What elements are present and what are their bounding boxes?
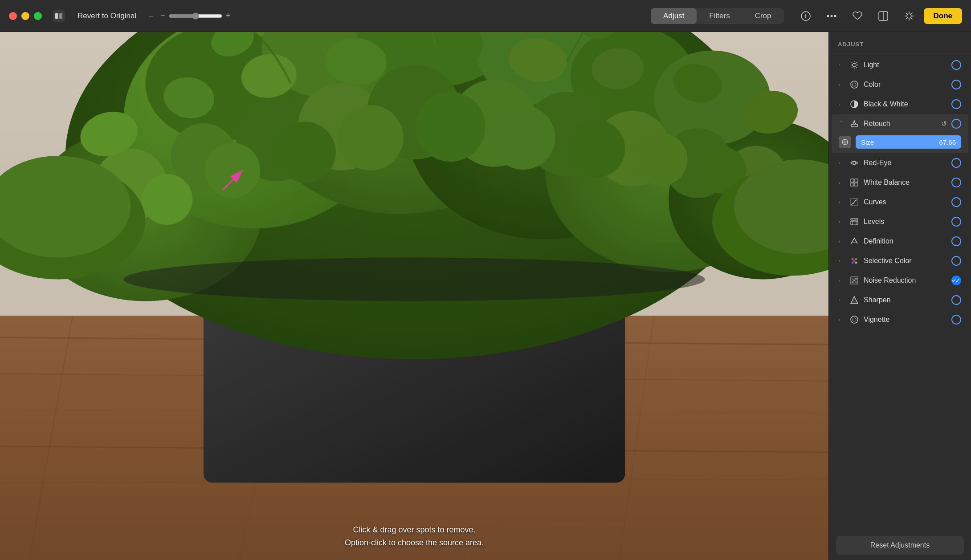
retouch-sub: Size 67.66 bbox=[832, 134, 968, 153]
compare-icon[interactable] bbox=[876, 8, 891, 24]
svg-rect-107 bbox=[851, 221, 858, 225]
svg-line-89 bbox=[857, 67, 857, 68]
svg-rect-103 bbox=[855, 179, 858, 182]
svg-point-4 bbox=[827, 15, 829, 17]
info-icon[interactable]: i bbox=[798, 8, 813, 24]
svg-point-58 bbox=[338, 105, 404, 170]
minimize-button[interactable] bbox=[21, 12, 29, 20]
sharpen-toggle[interactable] bbox=[951, 295, 961, 305]
main-content: Click & drag over spots to remove. Optio… bbox=[0, 32, 971, 560]
adjust-item-vignette[interactable]: › Vignette bbox=[832, 310, 968, 329]
vignette-icon bbox=[849, 315, 859, 325]
svg-point-5 bbox=[830, 15, 832, 17]
levels-icon bbox=[849, 217, 859, 227]
svg-rect-102 bbox=[851, 179, 854, 182]
vignette-toggle[interactable] bbox=[951, 315, 961, 325]
svg-rect-105 bbox=[855, 183, 858, 186]
white-balance-toggle[interactable] bbox=[951, 178, 961, 187]
svg-point-60 bbox=[491, 106, 555, 170]
chevron-icon: › bbox=[839, 62, 845, 68]
light-icon bbox=[849, 60, 859, 70]
svg-rect-120 bbox=[852, 281, 853, 283]
more-options-icon[interactable] bbox=[824, 8, 839, 24]
red-eye-toggle[interactable] bbox=[951, 158, 961, 168]
adjust-item-levels[interactable]: › Levels bbox=[832, 212, 968, 231]
svg-line-101 bbox=[852, 160, 853, 162]
close-button[interactable] bbox=[9, 12, 17, 20]
size-label: Size bbox=[861, 138, 874, 146]
svg-point-83 bbox=[853, 63, 856, 67]
done-button[interactable]: Done bbox=[924, 8, 963, 24]
svg-rect-108 bbox=[851, 219, 858, 220]
adjust-item-sharpen[interactable]: › Sharpen bbox=[832, 290, 968, 310]
adjust-item-light[interactable]: › Light bbox=[832, 55, 968, 75]
zoom-slider[interactable] bbox=[169, 12, 222, 20]
light-label: Light bbox=[864, 61, 947, 69]
light-toggle[interactable] bbox=[951, 60, 961, 70]
fullscreen-button[interactable] bbox=[34, 12, 42, 20]
retouch-toggle[interactable] bbox=[951, 119, 961, 129]
zoom-decrease-button[interactable]: − bbox=[160, 11, 165, 20]
reset-adjustments-button[interactable]: Reset Adjustments bbox=[836, 536, 964, 555]
svg-point-112 bbox=[852, 258, 854, 260]
revert-to-original-button[interactable]: Revert to Original bbox=[72, 9, 142, 23]
size-slider[interactable]: Size 67.66 bbox=[856, 135, 961, 149]
adjust-item-noise-reduction[interactable]: › Noise Reduction bbox=[832, 271, 968, 290]
svg-line-91 bbox=[852, 67, 853, 68]
adjust-item-definition[interactable]: › Definition bbox=[832, 231, 968, 251]
undo-icon[interactable]: ↺ bbox=[941, 120, 947, 128]
adjust-item-curves[interactable]: › Curves bbox=[832, 192, 968, 212]
bw-label: Black & White bbox=[864, 100, 947, 108]
svg-line-17 bbox=[906, 18, 907, 19]
favorites-icon[interactable] bbox=[850, 8, 865, 24]
sharpen-label: Sharpen bbox=[864, 296, 947, 304]
svg-line-90 bbox=[857, 62, 857, 63]
color-toggle[interactable] bbox=[951, 80, 961, 89]
curves-toggle[interactable] bbox=[951, 197, 961, 207]
retouch-header[interactable]: › Retouch ↺ bbox=[832, 114, 968, 134]
color-label: Color bbox=[864, 81, 947, 89]
zoom-slider-container: − + bbox=[160, 11, 230, 20]
selective-color-icon bbox=[849, 256, 859, 266]
definition-label: Definition bbox=[864, 237, 947, 245]
adjust-item-red-eye[interactable]: › Red-Eye bbox=[832, 153, 968, 173]
chevron-icon: › bbox=[839, 219, 845, 224]
adjust-item-color[interactable]: › Color bbox=[832, 75, 968, 94]
toolbar-icons: i bbox=[798, 8, 917, 24]
svg-point-81 bbox=[123, 258, 705, 301]
tab-filters[interactable]: Filters bbox=[697, 8, 742, 24]
svg-point-113 bbox=[855, 258, 857, 260]
view-toggle-button[interactable] bbox=[53, 10, 65, 22]
svg-rect-121 bbox=[855, 281, 857, 283]
adjust-item-bw[interactable]: › Black & White bbox=[832, 94, 968, 114]
chevron-icon: › bbox=[839, 199, 845, 205]
levels-toggle[interactable] bbox=[951, 217, 961, 227]
adjust-item-selective-color[interactable]: › Selective Color bbox=[832, 251, 968, 271]
noise-reduction-toggle[interactable] bbox=[951, 276, 961, 285]
tab-crop[interactable]: Crop bbox=[743, 8, 784, 24]
color-icon bbox=[849, 80, 859, 89]
svg-point-114 bbox=[852, 262, 854, 264]
selective-color-toggle[interactable] bbox=[951, 256, 961, 266]
chevron-icon: › bbox=[839, 258, 845, 264]
white-balance-icon bbox=[849, 178, 859, 187]
adjust-item-white-balance[interactable]: › White Balance bbox=[832, 173, 968, 192]
right-panel: ADJUST › bbox=[828, 32, 971, 560]
bw-toggle[interactable] bbox=[951, 99, 961, 109]
vignette-label: Vignette bbox=[864, 316, 947, 324]
tab-adjust[interactable]: Adjust bbox=[651, 8, 697, 24]
svg-rect-0 bbox=[55, 13, 58, 19]
adjust-item-retouch[interactable]: › Retouch ↺ bbox=[832, 114, 968, 153]
size-row: Size 67.66 bbox=[839, 135, 961, 149]
photo-area[interactable]: Click & drag over spots to remove. Optio… bbox=[0, 32, 828, 560]
retouch-tool-icon[interactable] bbox=[839, 136, 851, 148]
svg-text:i: i bbox=[805, 13, 807, 20]
smart-album-icon[interactable] bbox=[902, 8, 917, 24]
definition-toggle[interactable] bbox=[951, 236, 961, 246]
svg-point-9 bbox=[907, 14, 911, 18]
svg-line-16 bbox=[911, 12, 912, 14]
svg-point-57 bbox=[275, 122, 336, 183]
curves-icon bbox=[849, 197, 859, 207]
chevron-down-icon: › bbox=[839, 121, 845, 127]
zoom-increase-button[interactable]: + bbox=[226, 11, 231, 20]
